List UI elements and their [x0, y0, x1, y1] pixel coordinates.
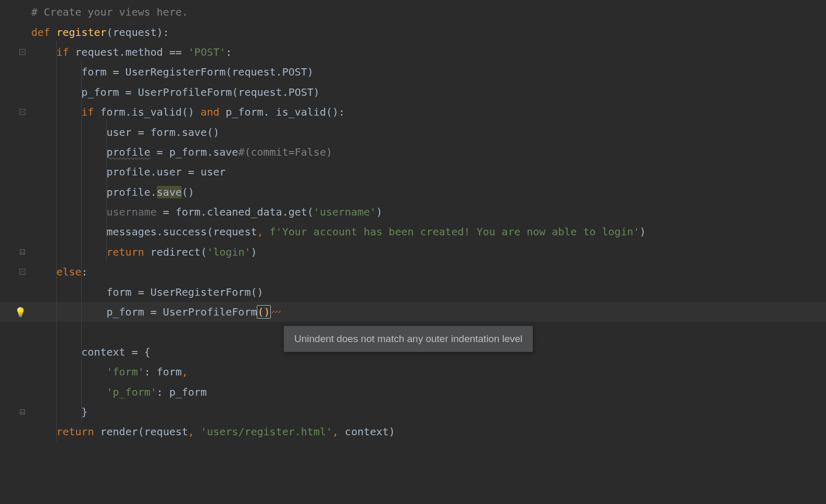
code-line[interactable]: else:: [0, 262, 826, 282]
fold-end-icon[interactable]: [19, 408, 26, 415]
code-line[interactable]: def register(request):: [0, 22, 826, 42]
string-literal: 'p_form': [107, 386, 157, 398]
gutter: [0, 122, 31, 142]
error-squiggle-icon: [272, 311, 281, 313]
code-text: form = UserRegisterForm(request.POST): [81, 66, 314, 78]
gutter: [0, 182, 31, 202]
code-line[interactable]: return render(request, 'users/register.h…: [0, 422, 826, 442]
indent: [31, 206, 107, 218]
code-line[interactable]: 'form': form,: [0, 362, 826, 382]
code-text: ): [376, 206, 382, 218]
indent: [31, 266, 56, 278]
fold-icon[interactable]: [19, 268, 26, 275]
gutter: [0, 322, 31, 342]
gutter: [0, 82, 31, 102]
code-line[interactable]: profile.user = user: [0, 162, 826, 182]
code-text: profile.: [107, 186, 157, 198]
gutter: [0, 22, 31, 42]
indent: [31, 86, 81, 98]
comment-text: # Create your views here.: [31, 6, 188, 18]
code-line[interactable]: username = form.cleaned_data.get('userna…: [0, 202, 826, 222]
code-line[interactable]: if form.is_valid() and p_form. is_valid(…: [0, 102, 826, 122]
code-line[interactable]: 'p_form': p_form: [0, 382, 826, 401]
gutter: 💡: [0, 302, 31, 322]
indent: [31, 225, 107, 238]
comma: ,: [332, 425, 345, 438]
keyword: if: [81, 106, 100, 118]
code-text: p_form = UserProfileForm(request.POST): [81, 86, 320, 98]
code-text: = p_form.save: [151, 146, 239, 158]
lightbulb-icon[interactable]: 💡: [15, 307, 26, 318]
gutter: [0, 102, 31, 122]
code-line[interactable]: }: [0, 402, 826, 422]
code-text: messages.success(request: [107, 225, 257, 238]
string-literal: f'Your account has been created! You are…: [270, 225, 640, 238]
fold-icon[interactable]: [19, 108, 26, 116]
code-text: form.is_valid(): [100, 106, 201, 118]
string-literal: 'POST': [188, 46, 226, 58]
code-line[interactable]: form = UserRegisterForm(request.POST): [0, 62, 826, 82]
comma: ,: [188, 425, 201, 438]
gutter: [0, 282, 31, 301]
gutter: [0, 202, 31, 222]
string-literal: 'users/register.html': [201, 425, 332, 438]
gutter: [0, 342, 31, 362]
code-text: (request):: [107, 26, 169, 39]
indent: [31, 166, 107, 178]
unused-identifier: username: [107, 206, 157, 218]
code-text: (): [182, 186, 194, 198]
comma: ,: [257, 225, 269, 238]
gutter: [0, 362, 31, 382]
code-text: ): [251, 246, 257, 258]
gutter: [0, 262, 31, 282]
gutter: [0, 62, 31, 82]
code-text: request.method ==: [75, 46, 188, 58]
gutter: [0, 422, 31, 442]
gutter: [0, 222, 31, 242]
code-line[interactable]: profile.save(): [0, 182, 826, 202]
indent: [31, 406, 81, 418]
code-line[interactable]: profile = p_form.save#(commit=False): [0, 142, 826, 162]
indent: [31, 106, 81, 118]
matched-parens: (): [257, 305, 270, 319]
code-line[interactable]: p_form = UserProfileForm(request.POST): [0, 82, 826, 102]
code-line[interactable]: # Create your views here.: [0, 2, 826, 22]
keyword: and: [201, 106, 226, 118]
code-text: :: [81, 266, 87, 278]
code-line[interactable]: user = form.save(): [0, 122, 826, 142]
code-editor[interactable]: # Create your views here. def register(r…: [0, 0, 826, 504]
code-text: p_form. is_valid():: [226, 106, 345, 118]
code-line[interactable]: form = UserRegisterForm(): [0, 282, 826, 301]
gutter: [0, 382, 31, 401]
gutter: [0, 162, 31, 182]
keyword: return: [107, 246, 151, 258]
error-tooltip: Unindent does not match any outer indent…: [284, 326, 533, 352]
indent: [31, 146, 107, 158]
indent: [31, 66, 81, 78]
keyword: if: [56, 46, 75, 58]
code-line-current[interactable]: 💡 p_form = UserProfileForm(): [0, 302, 826, 322]
code-text: : p_form: [157, 386, 207, 398]
code-line[interactable]: return redirect('login'): [0, 242, 826, 262]
fold-icon[interactable]: [19, 48, 26, 56]
function-name: register: [56, 26, 106, 39]
code-text: context = {: [81, 346, 150, 358]
gutter: [0, 42, 31, 62]
gutter: [0, 2, 31, 22]
indent: [31, 126, 107, 138]
code-line[interactable]: messages.success(request, f'Your account…: [0, 222, 826, 242]
code-text: = form.cleaned_data.get(: [157, 206, 314, 218]
code-text: ): [640, 225, 646, 238]
string-literal: 'login': [207, 246, 251, 258]
underlined-identifier: profile: [107, 146, 151, 158]
code-line[interactable]: if request.method == 'POST':: [0, 42, 826, 62]
code-text: user = form.save(): [107, 126, 220, 138]
indent: [31, 366, 107, 378]
tooltip-text: Unindent does not match any outer indent…: [294, 333, 522, 344]
indent: [31, 246, 107, 258]
string-literal: 'form': [107, 366, 144, 378]
fold-end-icon[interactable]: [19, 248, 26, 256]
indent: [31, 186, 107, 198]
keyword: else: [56, 266, 81, 278]
comma: ,: [182, 366, 188, 378]
